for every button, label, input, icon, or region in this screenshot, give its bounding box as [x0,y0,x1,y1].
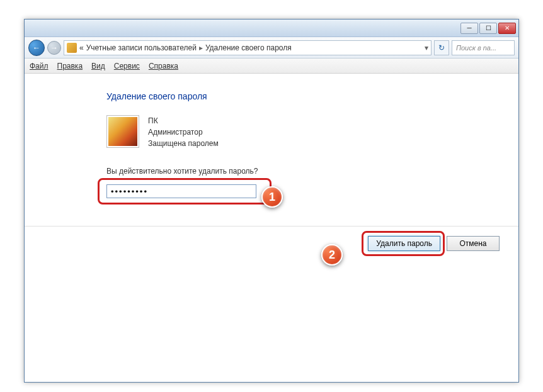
minimize-button[interactable]: ─ [460,23,478,34]
avatar [106,115,139,148]
user-role: Администратор [148,126,219,138]
cancel-button[interactable]: Отмена [447,236,500,251]
user-name: ПК [148,115,219,126]
breadcrumb-part1[interactable]: Учетные записи пользователей [86,43,197,52]
password-field-wrap [106,184,280,198]
breadcrumb-dropdown-icon[interactable]: ▾ [425,43,428,52]
user-info-row: ПК Администратор Защищена паролем [106,115,518,149]
avatar-image [108,117,137,146]
menu-view[interactable]: Вид [91,62,105,70]
delete-password-button[interactable]: Удалить пароль [368,236,440,251]
user-status: Защищена паролем [148,138,219,149]
button-row: Удалить пароль Отмена [368,236,500,251]
menu-help[interactable]: Справка [149,62,178,70]
user-accounts-icon [67,43,77,53]
menu-file[interactable]: Файл [30,62,49,70]
content-area: Удаление своего пароля ПК Администратор … [25,74,518,198]
user-info-text: ПК Администратор Защищена паролем [148,115,219,149]
confirm-prompt: Вы действительно хотите удалить пароль? [106,167,518,176]
forward-button[interactable]: → [47,41,61,55]
menu-bar: Файл Правка Вид Сервис Справка [25,59,518,74]
breadcrumb[interactable]: « Учетные записи пользователей ▸ Удалени… [64,40,432,55]
delete-button-wrap: Удалить пароль [368,236,440,251]
breadcrumb-sep-icon: ▸ [199,43,203,52]
close-button[interactable]: ✕ [498,23,516,34]
annotation-marker-1: 1 [261,186,283,208]
navigation-bar: ← → « Учетные записи пользователей ▸ Уда… [25,37,518,59]
search-input[interactable]: Поиск в па... [452,40,515,55]
menu-edit[interactable]: Правка [57,62,83,70]
refresh-button[interactable]: ↻ [434,40,449,55]
divider [25,226,518,227]
breadcrumb-part2[interactable]: Удаление своего пароля [205,43,292,52]
password-input[interactable] [106,184,256,198]
breadcrumb-prefix: « [79,43,84,52]
annotation-marker-2: 2 [321,244,343,266]
back-button[interactable]: ← [28,40,45,56]
page-title: Удаление своего пароля [106,91,518,101]
maximize-button[interactable]: ☐ [479,23,497,34]
menu-tools[interactable]: Сервис [114,62,140,70]
titlebar: ─ ☐ ✕ [25,20,518,37]
